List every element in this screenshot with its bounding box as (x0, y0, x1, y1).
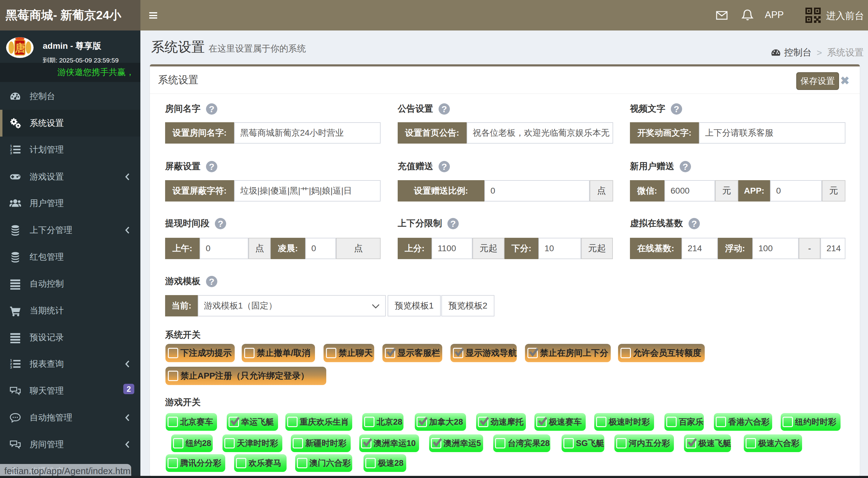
svg-text:2: 2 (10, 148, 12, 151)
svg-text:1: 1 (10, 358, 12, 362)
svg-text:2: 2 (10, 362, 12, 366)
svg-text:1: 1 (10, 144, 12, 148)
svg-text:3: 3 (10, 366, 12, 369)
svg-text:3: 3 (10, 151, 12, 155)
